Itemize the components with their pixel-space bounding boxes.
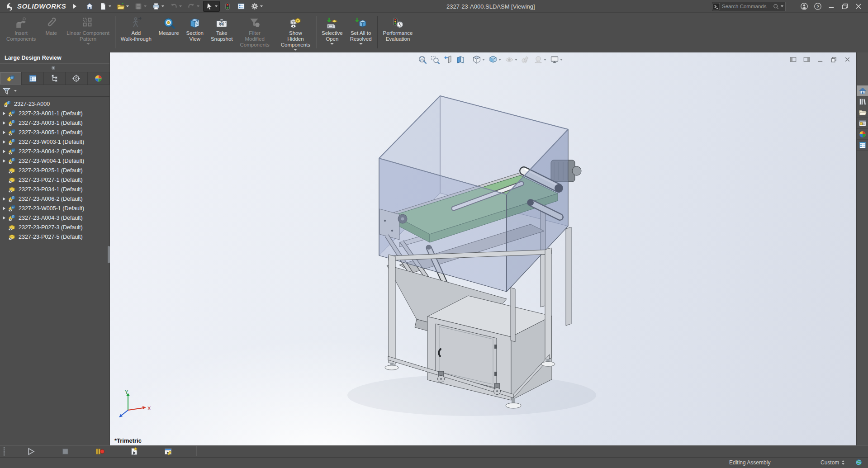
ribbon-button-linear-component-pattern[interactable]: Linear ComponentPattern (63, 15, 113, 45)
restore-button[interactable] (838, 0, 852, 13)
tree-item[interactable]: 2327-23-P027-1 (Default) (0, 175, 109, 184)
search-icon[interactable] (773, 3, 779, 10)
taskpane-custom-properties-button[interactable] (857, 140, 868, 151)
expand-arrow-icon[interactable] (0, 121, 8, 125)
expand-arrow-icon[interactable] (0, 150, 8, 153)
tree-item-label: 2327-23-P025-1 (Default) (19, 167, 83, 174)
walkthrough-record-button[interactable] (94, 446, 105, 457)
tree-item[interactable]: 2327-23-A001-1 (Default) (0, 109, 109, 118)
taskpane-home-button[interactable] (857, 85, 868, 96)
tree-item-label: 2327-23-W003-1 (Default) (19, 139, 84, 145)
status-configuration[interactable]: Custom (821, 459, 839, 466)
help-button[interactable]: ? (811, 0, 825, 13)
assembly-3d-model[interactable] (110, 52, 856, 445)
solidworks-search-icon (712, 3, 720, 10)
walkthrough-stop-button[interactable] (59, 446, 71, 457)
ribbon-button-mate[interactable]: Mate (39, 15, 63, 36)
fm-display-icon (94, 74, 103, 83)
quick-access-toolbar (83, 0, 266, 13)
fm-tab-display-manager[interactable] (88, 72, 109, 85)
walkthrough-new-walkthrough-button[interactable] (128, 446, 140, 457)
filter-icon[interactable] (2, 86, 11, 95)
status-bar: Editing Assembly Custom (0, 458, 868, 468)
tree-item[interactable]: 2327-23-W003-1 (Default) (0, 137, 109, 147)
options-button[interactable] (249, 1, 265, 12)
tree-item[interactable]: 2327-23-W004-1 (Default) (0, 156, 109, 165)
tree-assembly-icon (8, 214, 16, 222)
task-pane-strip (856, 52, 868, 445)
linear-pattern-icon (82, 17, 95, 29)
tree-item[interactable]: 2327-23-A004-2 (Default) (0, 147, 109, 156)
wt-new-icon (129, 447, 139, 456)
search-dropdown-caret[interactable] (781, 5, 783, 7)
tree-item[interactable]: 2327-23-P025-1 (Default) (0, 165, 109, 175)
panel-pin-icon[interactable] (52, 66, 55, 70)
taskpane-appearances-scenes-button[interactable] (857, 129, 868, 140)
print-button[interactable] (150, 1, 166, 12)
tree-item-label: 2327-23-W004-1 (Default) (19, 158, 84, 164)
fm-tab-dimxpert-manager[interactable] (66, 72, 87, 85)
save-button[interactable] (133, 1, 148, 12)
minimize-button[interactable] (825, 0, 838, 13)
walkthrough-edit-walkthrough-button[interactable] (162, 446, 174, 457)
open-icon (117, 2, 125, 10)
filter-dropdown-caret[interactable] (14, 90, 17, 92)
ribbon-group-separator (275, 16, 275, 48)
taskpane-view-palette-button[interactable] (857, 118, 868, 129)
ribbon-button-filter-modified-components[interactable]: FilterModifiedComponents (237, 15, 273, 48)
wt-stop-icon (61, 447, 70, 456)
tree-item[interactable]: 2327-23-P027-5 (Default) (0, 232, 109, 241)
expand-arrow-icon[interactable] (0, 131, 8, 134)
tree-item[interactable]: 2327-23-A006-2 (Default) (0, 194, 109, 203)
fm-tab-feature-manager[interactable] (0, 72, 22, 85)
fm-tab-configuration-manager[interactable] (44, 72, 66, 85)
ribbon-group-separator (316, 16, 316, 48)
tree-item[interactable]: 2327-23-A004-3 (Default) (0, 213, 109, 222)
close-button[interactable] (852, 0, 865, 13)
ribbon-button-set-all-to-resolved[interactable]: Set All toResolved (346, 15, 375, 45)
solidworks-window: SOLIDWORKS 2327-23-A000.SLDASM [Viewing]… (0, 0, 868, 468)
ribbon-button-section-view[interactable]: SectionView (183, 15, 207, 42)
taskpane-design-library-button[interactable] (857, 96, 868, 107)
expand-arrow-icon[interactable] (0, 112, 8, 115)
traffic-light-button[interactable] (222, 1, 233, 12)
display-pane-button[interactable] (235, 1, 247, 12)
ribbon-button-take-snapshot[interactable]: TakeSnapshot (207, 15, 237, 42)
search-input[interactable] (720, 4, 773, 9)
tree-item[interactable]: 2327-23-A003-1 (Default) (0, 118, 109, 128)
expand-arrow-icon[interactable] (0, 216, 8, 220)
fm-tab-property-manager[interactable] (22, 72, 43, 85)
dropdown-caret (86, 43, 90, 45)
tree-item[interactable]: 2327-23-P034-1 (Default) (0, 184, 109, 194)
open-button[interactable] (115, 1, 131, 12)
menu-expand-arrow-icon[interactable] (73, 4, 76, 9)
ribbon-button-performance-evaluation[interactable]: PerformanceEvaluation (379, 15, 417, 42)
tab-large-design-review[interactable]: Large Design Review (0, 52, 69, 63)
ribbon-button-selective-open[interactable]: SelectiveOpen (318, 15, 346, 45)
ribbon-button-add-walk-through[interactable]: AddWalk-through (117, 15, 155, 42)
expand-arrow-icon[interactable] (0, 197, 8, 201)
user-account-button[interactable] (797, 0, 811, 13)
ribbon-button-insert-components[interactable]: InsertComponents (3, 15, 39, 42)
expand-arrow-icon[interactable] (0, 140, 8, 144)
undo-button[interactable] (168, 1, 184, 12)
taskpane-file-explorer-button[interactable] (857, 107, 868, 118)
select-button[interactable] (203, 1, 220, 12)
redo-button[interactable] (185, 1, 201, 12)
panel-splitter-row[interactable] (0, 63, 109, 72)
expand-arrow-icon[interactable] (0, 207, 8, 210)
home-button[interactable] (84, 1, 95, 12)
ribbon-button-show-hidden-components[interactable]: ShowHiddenComponents (277, 15, 314, 51)
graphics-viewport[interactable]: Y X *Trimetric (110, 52, 856, 445)
configuration-spinner[interactable] (842, 460, 844, 465)
walkthrough-play-button[interactable] (25, 446, 37, 457)
expand-arrow-icon[interactable] (0, 159, 8, 163)
restore-icon (841, 2, 849, 10)
new-document-button[interactable] (97, 1, 113, 12)
tree-root-item[interactable]: 2327-23-A000 (0, 99, 109, 109)
ribbon-button-measure[interactable]: Measure (155, 15, 183, 36)
document-title: 2327-23-A000.SLDASM [Viewing] (446, 0, 535, 13)
tree-item[interactable]: 2327-23-W005-1 (Default) (0, 203, 109, 213)
tree-item[interactable]: 2327-23-A005-1 (Default) (0, 128, 109, 137)
tree-item[interactable]: 2327-23-P027-3 (Default) (0, 222, 109, 232)
